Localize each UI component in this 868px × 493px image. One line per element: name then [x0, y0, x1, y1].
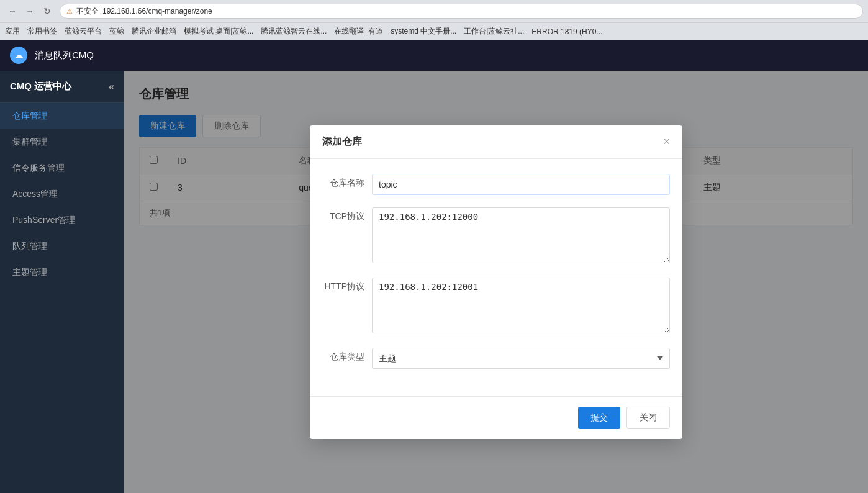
bookmark-systemd[interactable]: systemd 中文手册... — [391, 26, 456, 37]
browser-chrome: ← → ↻ ⚠ 不安全 192.168.1.66/cmq-manager/zon… — [0, 0, 868, 22]
security-label: 不安全 — [76, 6, 99, 17]
form-group-name: 仓库名称 — [322, 174, 670, 195]
sidebar-item-signal[interactable]: 信令服务管理 — [0, 155, 124, 181]
top-nav: ☁ 消息队列CMQ — [0, 40, 868, 71]
tcp-label: TCP协议 — [322, 207, 372, 222]
modal-footer: 提交 关闭 — [310, 396, 682, 439]
bookmark-cloud[interactable]: 腾讯蓝鲸智云在线... — [261, 26, 327, 37]
sidebar-item-queue[interactable]: 队列管理 — [0, 233, 124, 260]
warehouse-name-label: 仓库名称 — [322, 174, 372, 189]
form-group-http: HTTP协议 192.168.1.202:12001 — [322, 278, 670, 335]
type-control: 主题 队列 — [372, 348, 670, 369]
bookmark-label: 蓝鲸云平台 — [65, 26, 102, 37]
content-area: 仓库管理 新建仓库 删除仓库 ID 名称 VIP列表 类型 — [124, 71, 868, 493]
bookmark-label: systemd 中文手册... — [391, 26, 456, 37]
sidebar-item-warehouse[interactable]: 仓库管理 — [0, 103, 124, 129]
bookmark-label: 模拟考试 桌面|蓝鲸... — [184, 26, 253, 37]
bookmark-common[interactable]: 常用书签 — [27, 26, 57, 37]
bookmark-label: 应用 — [5, 26, 20, 37]
address-bar[interactable]: ⚠ 不安全 192.168.1.66/cmq-manager/zone — [60, 4, 863, 19]
bookmark-error[interactable]: ERROR 1819 (HY0... — [531, 27, 602, 36]
http-control: 192.168.1.202:12001 — [372, 278, 670, 335]
back-button[interactable]: ← — [5, 4, 20, 19]
bookmark-label: 在线翻译_有道 — [334, 26, 383, 37]
sidebar-title: CMQ 运营中心 — [10, 81, 71, 93]
bookmark-label: 蓝鲸 — [109, 26, 124, 37]
bookmark-label: 腾讯企业邮箱 — [132, 26, 176, 37]
bookmark-label: 腾讯蓝鲸智云在线... — [261, 26, 327, 37]
bookmark-label: ERROR 1819 (HY0... — [531, 27, 602, 36]
sidebar-item-pushserver[interactable]: PushServer管理 — [0, 207, 124, 233]
form-group-type: 仓库类型 主题 队列 — [322, 348, 670, 369]
sidebar-nav: 仓库管理 集群管理 信令服务管理 Access管理 PushServer管理 队… — [0, 103, 124, 286]
url-text: 192.168.1.66/cmq-manager/zone — [102, 7, 212, 16]
bookmarks-bar: 应用 常用书签 蓝鲸云平台 蓝鲸 腾讯企业邮箱 模拟考试 桌面|蓝鲸... 腾讯… — [0, 22, 868, 40]
sidebar-item-topic[interactable]: 主题管理 — [0, 260, 124, 286]
warehouse-name-input[interactable] — [372, 174, 670, 195]
sidebar-header: CMQ 运营中心 « — [0, 71, 124, 103]
app: ☁ 消息队列CMQ CMQ 运营中心 « 仓库管理 集群管理 信令服务管理 Ac… — [0, 40, 868, 493]
collapse-button[interactable]: « — [109, 81, 114, 93]
bookmark-workbench[interactable]: 工作台|蓝鲸云社... — [464, 26, 524, 37]
security-icon: ⚠ — [66, 7, 73, 16]
tcp-textarea[interactable]: 192.168.1.202:12000 — [372, 207, 670, 263]
submit-button[interactable]: 提交 — [578, 407, 620, 429]
reload-button[interactable]: ↻ — [40, 4, 55, 19]
bookmark-exam[interactable]: 模拟考试 桌面|蓝鲸... — [184, 26, 253, 37]
main-layout: CMQ 运营中心 « 仓库管理 集群管理 信令服务管理 Access管理 Pus… — [0, 71, 868, 493]
http-label: HTTP协议 — [322, 278, 372, 292]
modal-close-button[interactable]: × — [663, 136, 670, 147]
bookmark-tencent-mail[interactable]: 腾讯企业邮箱 — [132, 26, 176, 37]
modal-body: 仓库名称 TCP协议 192.168.1.202:12000 — [310, 159, 682, 396]
app-title: 消息队列CMQ — [35, 50, 94, 61]
type-select[interactable]: 主题 队列 — [372, 348, 670, 369]
bookmark-lanying[interactable]: 蓝鲸 — [109, 26, 124, 37]
sidebar-item-cluster[interactable]: 集群管理 — [0, 129, 124, 155]
sidebar-item-access[interactable]: Access管理 — [0, 181, 124, 207]
warehouse-name-control — [372, 174, 670, 195]
add-warehouse-modal: 添加仓库 × 仓库名称 TCP协议 — [310, 125, 682, 439]
modal-overlay: 添加仓库 × 仓库名称 TCP协议 — [124, 71, 868, 493]
tcp-control: 192.168.1.202:12000 — [372, 207, 670, 265]
forward-button[interactable]: → — [22, 4, 37, 19]
http-textarea[interactable]: 192.168.1.202:12001 — [372, 278, 670, 333]
nav-buttons: ← → ↻ — [5, 4, 55, 19]
type-label: 仓库类型 — [322, 348, 372, 363]
close-modal-button[interactable]: 关闭 — [626, 407, 670, 429]
bookmark-lanying-platform[interactable]: 蓝鲸云平台 — [65, 26, 102, 37]
modal-title: 添加仓库 — [322, 135, 362, 148]
bookmark-label: 工作台|蓝鲸云社... — [464, 26, 524, 37]
app-logo: ☁ — [10, 47, 27, 64]
sidebar: CMQ 运营中心 « 仓库管理 集群管理 信令服务管理 Access管理 Pus… — [0, 71, 124, 493]
modal-header: 添加仓库 × — [310, 125, 682, 159]
form-group-tcp: TCP协议 192.168.1.202:12000 — [322, 207, 670, 265]
bookmark-label: 常用书签 — [27, 26, 57, 37]
bookmark-apps[interactable]: 应用 — [5, 26, 20, 37]
bookmark-translate[interactable]: 在线翻译_有道 — [334, 26, 383, 37]
